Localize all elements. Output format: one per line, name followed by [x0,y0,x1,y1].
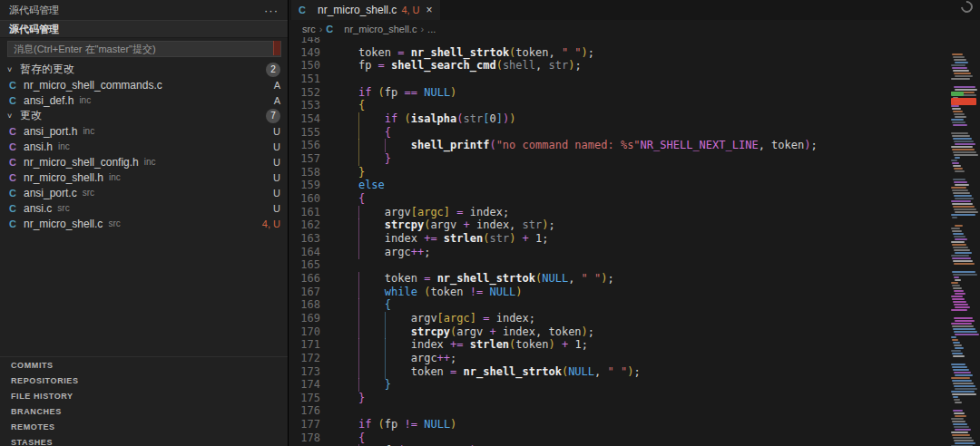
file-row[interactable]: Cnr_micro_shell_commands.cA [0,77,288,92]
tab-problems-badge: 4, U [401,5,419,15]
sidebar-view-title: 源代码管理 [9,4,59,17]
line-number: 171 [289,338,320,352]
code-editor[interactable]: 148149 token = nr_shell_strtok(token, " … [289,37,949,446]
git-status: U [273,203,280,214]
count-badge: 2 [266,63,280,77]
file-row[interactable]: Cnr_micro_shell_config.hincU [0,154,288,170]
line-number: 150 [289,59,320,73]
commit-message-input[interactable] [7,41,281,57]
minimap-code-blob [951,350,961,352]
section-branches[interactable]: BRANCHES [0,403,288,419]
code-line[interactable]: 165 [289,258,949,272]
minimap-code-blob [954,399,960,401]
minimap-code-blob [951,146,973,148]
file-row[interactable]: Cansi_def.hincA [0,92,288,108]
code-line[interactable]: 176 [289,404,949,418]
code-line[interactable]: 164 argc++; [289,246,949,259]
minimap-code-blob [954,113,965,115]
code-line[interactable]: 156 shell_printf("no command named: %s"N… [289,139,949,152]
minimap-code-blob [953,56,965,58]
section-file-history[interactable]: FILE HISTORY [0,388,288,403]
code-line[interactable]: 166 token = nr_shell_strtok(NULL, " "); [289,272,949,286]
code-line[interactable]: 153 { [289,99,949,112]
code-line[interactable]: 158 } [289,166,949,179]
code-line[interactable]: 148 [289,37,949,46]
breadcrumb-folder[interactable]: src [302,24,316,34]
code-line[interactable]: 174 } [289,378,949,392]
minimap-code-blob [953,287,962,289]
section-remotes[interactable]: REMOTES [0,419,288,434]
count-badge: 7 [266,109,280,123]
indent-guide [358,338,359,352]
code-line[interactable]: 152 if (fp == NULL) [289,86,949,100]
indent-guide [358,112,359,126]
minimap-code-blob [955,157,960,159]
code-line[interactable]: 157 } [289,152,949,166]
code-line[interactable]: 171 index += strlen(token) + 1; [289,338,949,352]
more-actions-icon[interactable]: ··· [264,4,279,17]
section-commits[interactable]: COMMITS [0,357,288,373]
indent-guide [385,312,386,325]
minimap-code-blob [955,75,973,77]
minimap[interactable] [949,37,980,446]
minimap-code-blob [955,429,971,431]
indent-guide [358,365,359,379]
code-line[interactable]: 163 index += strlen(str) + 1; [289,232,949,246]
code-line[interactable]: 161 argv[argc] = index; [289,206,949,219]
code-line[interactable]: 178 { [289,431,949,445]
code-line[interactable]: 154 if (isalpha(str[0])) [289,112,949,126]
code-line[interactable]: 155 { [289,126,949,140]
line-number: 161 [289,206,320,219]
group-row[interactable]: ˅更改7 [0,108,288,123]
minimap-code-blob [955,89,977,91]
file-row[interactable]: Cansi_port.hincU [0,123,288,139]
minimap-code-blob [953,437,972,439]
code-line[interactable]: 159 else [289,179,949,192]
file-row[interactable]: Cnr_micro_shell.hincU [0,170,288,185]
minimap-code-blob [954,290,964,292]
editor-actions-icon[interactable] [958,0,975,15]
code-line[interactable]: 177 if (fp != NULL) [289,418,949,431]
line-number: 165 [289,258,320,272]
minimap-code-blob [954,317,973,319]
source-control-sidebar: 源代码管理 ··· 源代码管理 ˅暂存的更改2Cnr_micro_shell_c… [0,0,289,446]
file-folder: inc [83,126,94,136]
minimap-code-blob [952,434,970,436]
indent-guide [358,206,359,219]
breadcrumb-symbol[interactable]: ... [427,24,436,34]
indent-guide [358,286,359,299]
code-line[interactable]: 151 [289,73,949,86]
file-row[interactable]: Cansi_port.csrcU [0,185,288,200]
section-repositories[interactable]: REPOSITORIES [0,373,288,388]
c-file-icon: C [9,157,24,168]
code-line[interactable]: 169 argv[argc] = index; [289,312,949,325]
file-row[interactable]: Cansi.csrcU [0,200,288,216]
group-row[interactable]: ˅暂存的更改2 [0,62,288,77]
minimap-code-blob [953,423,967,425]
code-line[interactable]: 175 } [289,392,949,405]
code-line[interactable]: 160 { [289,192,949,206]
source-control-section-header[interactable]: 源代码管理 [0,20,288,38]
minimap-code-blob [955,293,965,295]
breadcrumb-file[interactable]: nr_micro_shell.c [344,24,416,34]
code-line[interactable]: 170 strcpy(argv + index, token); [289,325,949,339]
code-line[interactable]: 150 fp = shell_search_cmd(shell, str); [289,59,949,73]
minimap-code-blob [952,203,973,205]
file-row[interactable]: Cansi.hincU [0,139,288,154]
minimap-code-blob [951,418,964,420]
minimap-code-blob [951,296,963,297]
code-line[interactable]: 162 strcpy(argv + index, str); [289,218,949,232]
code-line[interactable]: 149 token = nr_shell_strtok(token, " "); [289,46,949,60]
file-row[interactable]: Cnr_micro_shell.csrc4, U [0,216,288,231]
code-line[interactable]: 172 argc++; [289,352,949,365]
indent-guide [358,246,359,259]
section-stashes[interactable]: STASHES [0,434,288,446]
close-icon[interactable]: × [426,4,433,16]
indent-guide [385,325,386,339]
code-line[interactable]: 173 token = nr_shell_strtok(NULL, " "); [289,365,949,379]
tab-nr-micro-shell[interactable]: C nr_micro_shell.c 4, U × [291,0,440,20]
code-line[interactable]: 168 { [289,298,949,312]
code-line[interactable]: 167 while (token != NULL) [289,286,949,299]
minimap-code-blob [954,344,962,346]
minimap-code-blob [954,276,959,278]
